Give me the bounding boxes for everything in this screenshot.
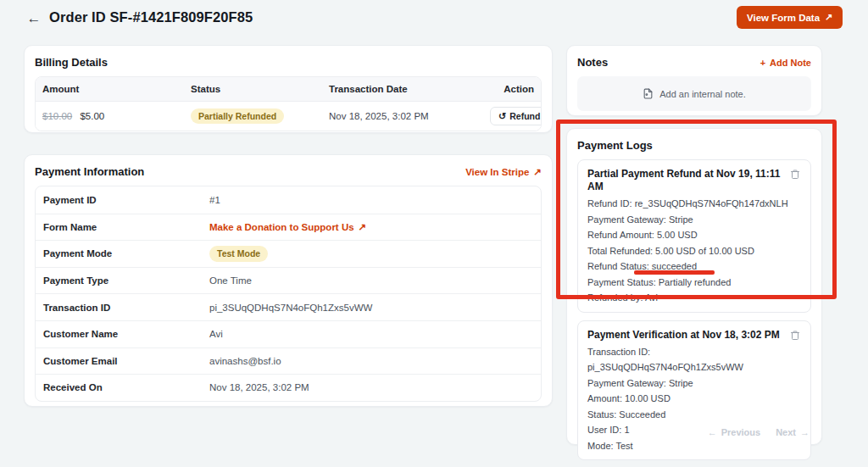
transaction-date-cell: Nov 18, 2025, 3:02 PM (322, 111, 483, 121)
add-note-label: Add Note (770, 58, 811, 68)
payment-info-row: Customer NameAvi (36, 320, 541, 347)
payment-information-header: Payment Information View In Stripe ↗ (35, 165, 542, 178)
view-form-data-button[interactable]: View Form Data ↗ (737, 6, 843, 29)
status-badge: Partially Refunded (191, 108, 284, 125)
order-detail-page: ← Order ID SF-#1421F809F20F85 View Form … (0, 0, 868, 467)
payment-info-label: Customer Email (36, 356, 209, 366)
logs-pagination: ← Previous Next → (708, 427, 810, 437)
refund-button[interactable]: ↺ Refund (490, 107, 542, 125)
payment-mode-badge: Test Mode (209, 246, 268, 262)
payment-info-row: Form NameMake a Donation to Support Us↗ (36, 214, 541, 241)
billing-details-title: Billing Details (35, 56, 542, 69)
note-file-icon (643, 88, 654, 99)
external-link-icon: ↗ (825, 12, 832, 23)
payment-info-row: Payment ModeTest Mode (36, 240, 541, 267)
column-transaction-date: Transaction Date (322, 84, 483, 94)
log-entry-lines: Refund ID: re_3SUqQDHqS7N4oFQh147dxNLHPa… (587, 196, 801, 306)
refund-label: Refund (509, 111, 540, 121)
billing-table-header: Amount Status Transaction Date Action (36, 77, 541, 101)
add-note-button[interactable]: + Add Note (760, 58, 811, 68)
notes-card: Notes + Add Note Add an internal note. (566, 45, 822, 116)
arrow-left-icon: ← (708, 427, 717, 437)
payment-info-value: Test Mode (209, 246, 268, 262)
notes-header: Notes + Add Note (577, 56, 811, 69)
log-line: Total Refunded: 5.00 USD of 10.00 USD (587, 243, 801, 259)
payment-info-row: Received OnNov 18, 2025, 3:02 PM (36, 374, 541, 401)
refund-rotate-icon: ↺ (498, 112, 506, 121)
column-action: Action (483, 84, 541, 94)
payment-info-label: Customer Name (36, 329, 209, 339)
payment-info-row: Transaction IDpi_3SUqQDHqS7N4oFQh1Zxs5vW… (36, 293, 541, 320)
payment-information-card: Payment Information View In Stripe ↗ Pay… (24, 154, 553, 407)
previous-label: Previous (721, 427, 760, 437)
payment-info-label: Form Name (36, 222, 209, 232)
payment-info-value: pi_3SUqQDHqS7N4oFQh1Zxs5vWW (209, 303, 372, 313)
amount-original: $10.00 (42, 111, 72, 121)
next-page-button[interactable]: Next → (776, 427, 810, 437)
form-name-label: Make a Donation to Support Us (209, 222, 354, 232)
payment-info-value: Nov 18, 2025, 3:02 PM (209, 382, 309, 392)
view-in-stripe-label: View In Stripe (465, 167, 529, 177)
log-line: Refund Amount: 5.00 USD (587, 227, 801, 243)
log-entry-header: Partial Payment Refund at Nov 19, 11:11 … (587, 168, 801, 193)
payment-info-rows: Payment ID#1Form NameMake a Donation to … (35, 186, 542, 402)
external-link-icon: ↗ (533, 166, 542, 178)
payment-info-value: Avi (209, 329, 223, 339)
column-status: Status (184, 84, 322, 94)
payment-info-row: Customer Emailavinashs@bsf.io (36, 347, 541, 375)
next-label: Next (776, 427, 796, 437)
external-link-icon: ↗ (359, 221, 367, 233)
payment-logs-title: Payment Logs (577, 139, 811, 152)
log-entry-title: Partial Payment Refund at Nov 19, 11:11 … (587, 168, 784, 193)
payment-info-label: Payment ID (36, 195, 209, 205)
log-line: Refunded by: Avi (587, 290, 801, 306)
payment-log-entries: Partial Payment Refund at Nov 19, 11:11 … (577, 159, 811, 460)
payment-info-label: Payment Type (36, 275, 209, 286)
log-line: Refund ID: re_3SUqQDHqS7N4oFQh147dxNLH (587, 196, 801, 212)
payment-info-value: One Time (209, 275, 252, 286)
payment-info-row: Payment TypeOne Time (36, 267, 541, 294)
column-amount: Amount (36, 84, 184, 94)
payment-log-entry: Payment Verification at Nov 18, 3:02 PMT… (577, 320, 811, 461)
action-cell: ↺ Refund (483, 107, 542, 125)
status-cell: Partially Refunded (184, 108, 322, 125)
payment-log-entry: Partial Payment Refund at Nov 19, 11:11 … (577, 159, 811, 313)
log-line: Refund Status: succeeded (587, 259, 801, 275)
log-entry-header: Payment Verification at Nov 18, 3:02 PM (587, 329, 801, 342)
payment-logs-card: Payment Logs Partial Payment Refund at N… (566, 128, 822, 445)
payment-info-value: Make a Donation to Support Us↗ (209, 221, 366, 233)
log-line: Payment Gateway: Stripe (587, 375, 801, 392)
payment-info-row: Payment ID#1 (36, 186, 541, 214)
notes-empty-state[interactable]: Add an internal note. (577, 76, 811, 111)
delete-log-button[interactable] (789, 168, 801, 181)
amount-cell: $10.00 $5.00 (36, 111, 184, 121)
payment-info-label: Payment Mode (36, 248, 209, 259)
billing-details-card: Billing Details Amount Status Transactio… (24, 45, 553, 133)
log-line: Status: Succeeded (587, 407, 801, 423)
arrow-right-icon: → (800, 427, 810, 437)
log-entry-title: Payment Verification at Nov 18, 3:02 PM (587, 329, 784, 342)
payment-info-label: Received On (36, 382, 209, 392)
payment-info-value: avinashs@bsf.io (209, 356, 281, 366)
amount-current: $5.00 (80, 111, 104, 121)
delete-log-button[interactable] (789, 329, 801, 342)
log-line: Mode: Test (587, 438, 801, 454)
arrow-left-icon: ← (27, 10, 42, 27)
notes-title: Notes (577, 56, 608, 69)
log-line: Transaction ID: pi_3SUqQDHqS7N4oFQh1Zxs5… (587, 344, 801, 375)
page-title: Order ID SF-#1421F809F20F85 (49, 9, 253, 25)
log-line: Payment Gateway: Stripe (587, 212, 801, 228)
previous-page-button[interactable]: ← Previous (708, 427, 760, 437)
log-line: Payment Status: Partially refunded (587, 275, 801, 291)
trash-icon (790, 330, 800, 341)
trash-icon (790, 169, 800, 180)
back-button[interactable]: ← (24, 8, 44, 29)
plus-icon: + (760, 58, 765, 68)
form-name-link[interactable]: Make a Donation to Support Us↗ (209, 221, 366, 233)
payment-info-label: Transaction ID (36, 303, 209, 313)
billing-table-row: $10.00 $5.00 Partially Refunded Nov 18, … (36, 101, 541, 131)
view-in-stripe-link[interactable]: View In Stripe ↗ (465, 166, 542, 178)
payment-info-value: #1 (209, 195, 220, 205)
notes-empty-text: Add an internal note. (659, 89, 746, 99)
billing-table: Amount Status Transaction Date Action $1… (35, 76, 542, 131)
